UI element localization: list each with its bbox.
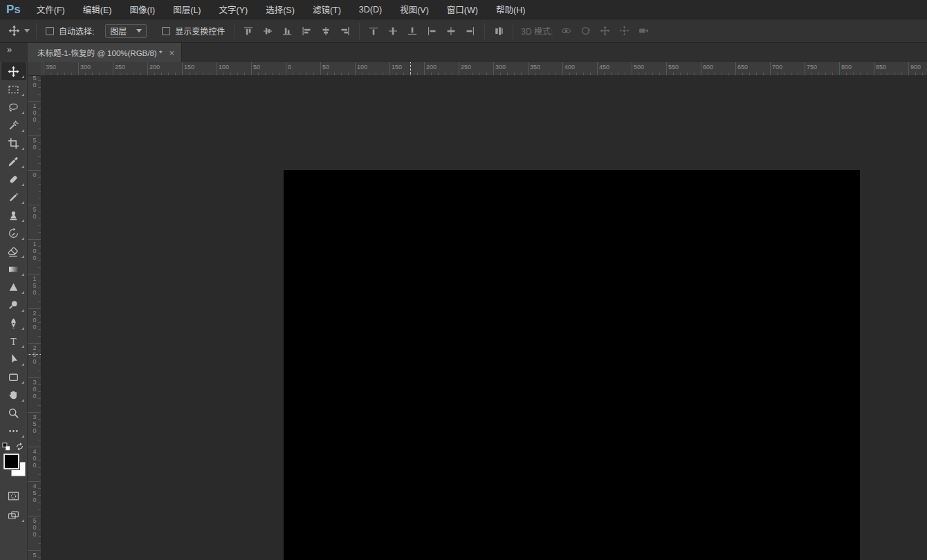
ruler-tick: [28, 550, 41, 551]
align-group: [241, 24, 353, 39]
ruler-cursor-marker: [410, 62, 411, 75]
align-vertical-centers-button[interactable]: [260, 24, 275, 39]
rectangular-marquee-tool[interactable]: [1, 80, 26, 98]
separator: [359, 23, 360, 39]
path-selection-tool[interactable]: [1, 350, 26, 368]
history-brush-tool[interactable]: [1, 224, 26, 242]
move-tool[interactable]: [1, 62, 26, 80]
distribute-right-edges-button[interactable]: [463, 24, 478, 39]
menu-item-6[interactable]: 选择(S): [259, 0, 302, 19]
checkbox-icon: [46, 27, 54, 35]
crop-tool[interactable]: [1, 134, 26, 152]
color-widget: [0, 442, 27, 485]
ruler-tick: [286, 62, 286, 75]
show-transform-checkbox[interactable]: 显示变换控件: [162, 25, 225, 37]
distribute-vertical-centers-button[interactable]: [385, 24, 401, 39]
h-ruler-label: 350: [530, 64, 540, 71]
hand-tool-icon: [8, 389, 19, 401]
menu-item-7[interactable]: 滤镜(T): [306, 0, 348, 19]
align-top-edges-button[interactable]: [241, 24, 256, 39]
ruler-tick: [839, 62, 840, 75]
align-right-edges-button[interactable]: [338, 24, 353, 39]
eyedropper-tool-icon: [8, 156, 19, 167]
edit-toolbar[interactable]: [1, 422, 26, 440]
menu-item-5[interactable]: 文字(Y): [212, 0, 255, 19]
v-ruler-label: 50: [30, 206, 38, 220]
menu-item-1[interactable]: 文件(F): [30, 0, 72, 19]
distribute-top-edges-button[interactable]: [366, 24, 381, 39]
menu-item-9[interactable]: 视图(V): [393, 0, 436, 19]
canvas-pasteboard: [42, 76, 927, 560]
chevron-down-icon: [136, 29, 142, 32]
lasso-tool[interactable]: [1, 98, 26, 116]
v-ruler-label: 200: [30, 310, 38, 330]
blur-tool[interactable]: [1, 278, 26, 296]
menu-item-8[interactable]: 3D(D): [352, 0, 389, 19]
collapse-panels-button[interactable]: »: [0, 43, 28, 62]
pen-tool[interactable]: [1, 314, 26, 332]
clone-stamp-tool-icon: [8, 209, 19, 221]
distribute-bottom-edges-button[interactable]: [405, 24, 420, 39]
quick-mask-button[interactable]: [1, 487, 26, 505]
eyedropper-tool[interactable]: [1, 152, 26, 170]
align-bottom-edges-button[interactable]: [279, 24, 295, 39]
eraser-tool-icon: [8, 245, 19, 257]
dodge-tool[interactable]: [1, 296, 26, 314]
brush-tool[interactable]: [1, 188, 26, 206]
crop-tool-icon: [8, 138, 19, 149]
ruler-tick: [28, 447, 41, 447]
horizontal-ruler[interactable]: 3503002502001501005005010015020025030035…: [42, 62, 927, 76]
auto-align-layers-button[interactable]: [491, 24, 506, 39]
rectangle-tool[interactable]: [1, 368, 26, 386]
auto-align-layers-icon: [494, 26, 504, 36]
menubar: Ps 文件(F)编辑(E)图像(I)图层(L)文字(Y)选择(S)滤镜(T)3D…: [0, 0, 927, 19]
lasso-tool-icon: [8, 102, 19, 113]
menu-item-4[interactable]: 图层(L): [166, 0, 208, 19]
auto-select-checkbox[interactable]: 自动选择:: [46, 25, 94, 37]
menu-item-2[interactable]: 编辑(E): [76, 0, 119, 19]
h-ruler-label: 50: [253, 64, 260, 71]
ruler-tick: [459, 62, 459, 75]
magic-wand-tool[interactable]: [1, 116, 26, 134]
h-ruler-label: 550: [668, 64, 679, 71]
v-ruler-label: 0: [30, 171, 38, 178]
3d-roll-icon: [580, 26, 591, 36]
foreground-color-swatch[interactable]: [3, 454, 19, 469]
align-bottom-edges-icon: [282, 26, 292, 36]
vertical-ruler[interactable]: 1501005005010015020025030035040045050055…: [28, 76, 42, 560]
photoshop-window: Ps 文件(F)编辑(E)图像(I)图层(L)文字(Y)选择(S)滤镜(T)3D…: [0, 0, 927, 560]
double-chevron-icon: »: [7, 44, 12, 55]
default-colors-icon[interactable]: [2, 442, 10, 451]
ruler-origin-corner[interactable]: [28, 62, 42, 76]
close-tab-icon[interactable]: ×: [169, 48, 174, 57]
distribute-top-edges-icon: [369, 26, 378, 36]
dodge-tool-icon: [8, 299, 19, 311]
clone-stamp-tool[interactable]: [1, 206, 26, 224]
document-tab[interactable]: 未标题-1-恢复的 @ 100%(RGB/8) * ×: [28, 43, 182, 62]
menu-item-3[interactable]: 图像(I): [122, 0, 162, 19]
tools-list: T: [0, 62, 27, 440]
h-ruler-label: 200: [149, 64, 160, 71]
v-ruler-label: 500: [30, 517, 38, 538]
3d-orbit-icon: [561, 26, 571, 36]
hand-tool[interactable]: [1, 386, 26, 404]
document-canvas[interactable]: [284, 170, 860, 560]
type-tool-icon: T: [8, 335, 19, 347]
swap-colors-icon[interactable]: [15, 442, 24, 451]
v-ruler-label: 450: [30, 483, 38, 503]
tool-preset-button[interactable]: [8, 25, 30, 37]
align-left-edges-button[interactable]: [299, 24, 314, 39]
eraser-tool[interactable]: [1, 242, 26, 260]
type-tool[interactable]: T: [1, 332, 26, 350]
zoom-tool[interactable]: [1, 404, 26, 422]
menu-item-10[interactable]: 窗口(W): [440, 0, 485, 19]
auto-select-target-dropdown[interactable]: 图层: [105, 24, 147, 38]
gradient-tool[interactable]: [1, 260, 26, 278]
distribute-horizontal-centers-button[interactable]: [443, 24, 459, 39]
align-horizontal-centers-button[interactable]: [318, 24, 333, 39]
distribute-left-edges-button[interactable]: [424, 24, 439, 39]
spot-healing-brush-tool[interactable]: [1, 170, 26, 188]
menu-item-11[interactable]: 帮助(H): [489, 0, 532, 19]
screen-mode-button[interactable]: [1, 506, 26, 524]
ruler-tick: [424, 62, 425, 75]
